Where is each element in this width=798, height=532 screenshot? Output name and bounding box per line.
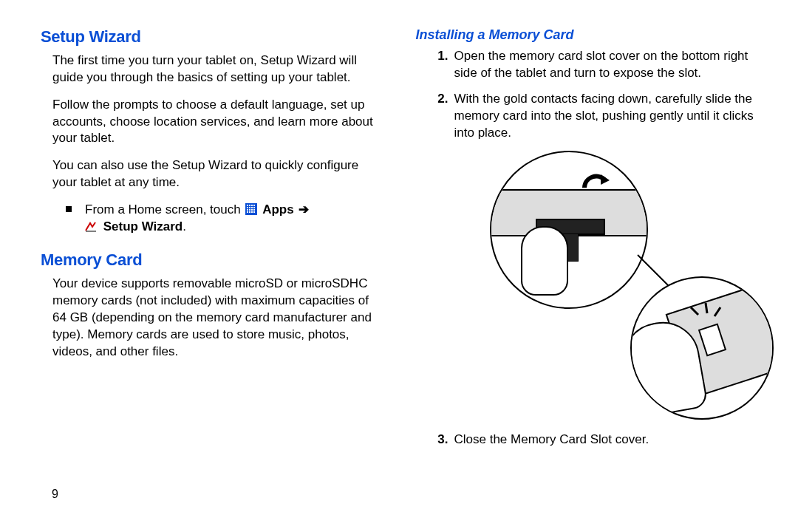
bullet-text: From a Home screen, touch Apps ➔ bbox=[85, 202, 386, 236]
svg-rect-14 bbox=[249, 211, 250, 213]
install-steps-list-continued: 3. Close the Memory Card Slot cover. bbox=[428, 432, 762, 449]
svg-line-17 bbox=[691, 307, 698, 315]
svg-rect-7 bbox=[251, 207, 253, 208]
step-text: Close the Memory Card Slot cover. bbox=[454, 432, 762, 449]
memory-card-figure bbox=[416, 151, 762, 417]
svg-rect-2 bbox=[249, 205, 250, 206]
step-text: With the gold contacts facing down, care… bbox=[454, 91, 762, 142]
list-item: 3. Close the Memory Card Slot cover. bbox=[428, 432, 762, 449]
list-item: 2. With the gold contacts facing down, c… bbox=[428, 91, 762, 142]
square-bullet-icon bbox=[66, 206, 72, 212]
svg-rect-13 bbox=[247, 211, 248, 213]
step-number: 1. bbox=[428, 48, 454, 82]
svg-rect-1 bbox=[247, 205, 248, 206]
svg-rect-9 bbox=[247, 209, 248, 211]
svg-rect-11 bbox=[251, 209, 253, 211]
svg-rect-10 bbox=[249, 209, 250, 211]
setup-paragraph-3: You can also use the Setup Wizard to qui… bbox=[52, 157, 386, 191]
bullet-prefix: From a Home screen, touch bbox=[85, 202, 244, 216]
list-item: 1. Open the memory card slot cover on th… bbox=[428, 48, 762, 82]
apps-label: Apps bbox=[262, 202, 294, 216]
right-column: Installing a Memory Card 1. Open the mem… bbox=[416, 26, 762, 517]
setup-paragraph-1: The first time you turn your tablet on, … bbox=[52, 52, 386, 86]
figure-circle-open-cover bbox=[490, 151, 648, 309]
svg-rect-16 bbox=[253, 211, 255, 213]
svg-rect-12 bbox=[253, 209, 255, 211]
apps-grid-icon bbox=[245, 203, 257, 215]
heading-setup-wizard: Setup Wizard bbox=[41, 26, 386, 48]
svg-line-19 bbox=[715, 307, 720, 316]
setup-wizard-label: Setup Wizard bbox=[103, 219, 183, 233]
manual-page: Setup Wizard The first time you turn you… bbox=[0, 0, 798, 532]
install-steps-list: 1. Open the memory card slot cover on th… bbox=[428, 48, 762, 142]
heading-memory-card: Memory Card bbox=[41, 249, 386, 271]
figure-circle-insert-card bbox=[630, 276, 774, 420]
rotate-arrow-icon bbox=[580, 167, 610, 197]
svg-rect-15 bbox=[251, 211, 253, 213]
step-text: Open the memory card slot cover on the b… bbox=[454, 48, 762, 82]
hand-illustration bbox=[521, 226, 568, 296]
step-number: 3. bbox=[428, 432, 454, 449]
page-number: 9 bbox=[52, 486, 58, 502]
memory-paragraph-1: Your device supports removable microSD o… bbox=[52, 276, 386, 361]
motion-lines-icon bbox=[683, 300, 728, 344]
period: . bbox=[183, 219, 186, 233]
svg-rect-6 bbox=[249, 207, 250, 208]
setup-wizard-icon bbox=[85, 220, 97, 231]
heading-installing-memory-card: Installing a Memory Card bbox=[416, 26, 762, 44]
left-column: Setup Wizard The first time you turn you… bbox=[41, 26, 386, 517]
svg-rect-8 bbox=[253, 207, 255, 208]
svg-line-18 bbox=[706, 303, 707, 313]
svg-rect-3 bbox=[251, 205, 253, 206]
arrow-right-icon: ➔ bbox=[299, 202, 309, 216]
setup-bullet: From a Home screen, touch Apps ➔ bbox=[66, 202, 386, 236]
setup-paragraph-2: Follow the prompts to choose a default l… bbox=[52, 97, 386, 148]
svg-rect-4 bbox=[253, 205, 255, 206]
step-number: 2. bbox=[428, 91, 454, 142]
svg-rect-5 bbox=[247, 207, 248, 208]
